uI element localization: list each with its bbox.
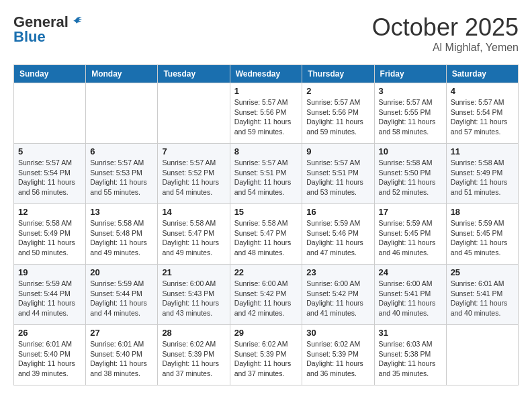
day-info: Sunrise: 6:02 AM Sunset: 5:39 PM Dayligh… — [306, 339, 369, 379]
calendar-cell — [14, 83, 86, 144]
calendar-cell: 26Sunrise: 6:01 AM Sunset: 5:40 PM Dayli… — [14, 325, 86, 385]
calendar-cell: 25Sunrise: 6:01 AM Sunset: 5:41 PM Dayli… — [446, 265, 518, 325]
day-number: 2 — [306, 86, 369, 96]
day-number: 8 — [234, 146, 298, 156]
calendar-cell: 22Sunrise: 6:00 AM Sunset: 5:42 PM Dayli… — [230, 265, 302, 325]
day-info: Sunrise: 5:59 AM Sunset: 5:46 PM Dayligh… — [306, 218, 369, 258]
day-info: Sunrise: 5:57 AM Sunset: 5:56 PM Dayligh… — [306, 97, 369, 137]
calendar-cell: 28Sunrise: 6:02 AM Sunset: 5:39 PM Dayli… — [158, 325, 230, 385]
day-of-week-header: Thursday — [302, 65, 374, 83]
day-info: Sunrise: 5:58 AM Sunset: 5:49 PM Dayligh… — [18, 218, 81, 258]
logo-bird-icon — [70, 15, 83, 29]
calendar-cell: 15Sunrise: 5:58 AM Sunset: 5:47 PM Dayli… — [230, 204, 302, 265]
day-number: 4 — [451, 86, 514, 96]
day-info: Sunrise: 5:59 AM Sunset: 5:44 PM Dayligh… — [90, 279, 153, 318]
calendar-cell: 4Sunrise: 5:57 AM Sunset: 5:54 PM Daylig… — [446, 83, 518, 144]
day-of-week-header: Monday — [86, 65, 158, 83]
day-number: 17 — [379, 207, 442, 217]
day-number: 28 — [162, 328, 225, 338]
calendar-cell: 14Sunrise: 5:58 AM Sunset: 5:47 PM Dayli… — [158, 204, 230, 265]
day-number: 19 — [18, 267, 81, 277]
day-number: 29 — [234, 328, 298, 338]
calendar-cell: 24Sunrise: 6:00 AM Sunset: 5:41 PM Dayli… — [374, 265, 446, 325]
day-number: 3 — [379, 86, 442, 96]
day-info: Sunrise: 6:01 AM Sunset: 5:41 PM Dayligh… — [451, 279, 514, 318]
day-number: 11 — [451, 146, 514, 156]
day-number: 15 — [234, 207, 298, 217]
day-of-week-header: Friday — [374, 65, 446, 83]
calendar-cell: 10Sunrise: 5:58 AM Sunset: 5:50 PM Dayli… — [374, 144, 446, 204]
day-number: 25 — [451, 267, 514, 277]
location: Al Mighlaf, Yemen — [372, 42, 519, 54]
calendar-cell: 18Sunrise: 5:59 AM Sunset: 5:45 PM Dayli… — [446, 204, 518, 265]
calendar-cell: 16Sunrise: 5:59 AM Sunset: 5:46 PM Dayli… — [302, 204, 374, 265]
day-info: Sunrise: 5:59 AM Sunset: 5:45 PM Dayligh… — [379, 218, 442, 258]
calendar-table: SundayMondayTuesdayWednesdayThursdayFrid… — [13, 64, 519, 385]
day-number: 23 — [306, 267, 369, 277]
calendar-cell — [446, 325, 518, 385]
calendar-cell: 30Sunrise: 6:02 AM Sunset: 5:39 PM Dayli… — [302, 325, 374, 385]
day-info: Sunrise: 6:03 AM Sunset: 5:38 PM Dayligh… — [379, 339, 442, 379]
calendar-cell: 3Sunrise: 5:57 AM Sunset: 5:55 PM Daylig… — [374, 83, 446, 144]
day-number: 7 — [162, 146, 225, 156]
title-block: October 2025 Al Mighlaf, Yemen — [372, 13, 519, 54]
day-number: 21 — [162, 267, 225, 277]
calendar-cell: 7Sunrise: 5:57 AM Sunset: 5:52 PM Daylig… — [158, 144, 230, 204]
day-of-week-header: Tuesday — [158, 65, 230, 83]
day-number: 12 — [18, 207, 81, 217]
month-title: October 2025 — [372, 13, 519, 42]
day-number: 1 — [234, 86, 298, 96]
day-number: 31 — [379, 328, 442, 338]
day-number: 24 — [379, 267, 442, 277]
day-info: Sunrise: 5:57 AM Sunset: 5:51 PM Dayligh… — [234, 158, 298, 197]
day-number: 13 — [90, 207, 153, 217]
day-number: 16 — [306, 207, 369, 217]
day-number: 18 — [451, 207, 514, 217]
day-of-week-header: Saturday — [446, 65, 518, 83]
day-number: 6 — [90, 146, 153, 156]
day-info: Sunrise: 5:58 AM Sunset: 5:48 PM Dayligh… — [90, 218, 153, 258]
day-info: Sunrise: 5:58 AM Sunset: 5:47 PM Dayligh… — [162, 218, 225, 258]
calendar-cell: 23Sunrise: 6:00 AM Sunset: 5:42 PM Dayli… — [302, 265, 374, 325]
calendar-cell: 1Sunrise: 5:57 AM Sunset: 5:56 PM Daylig… — [230, 83, 302, 144]
day-info: Sunrise: 5:58 AM Sunset: 5:50 PM Dayligh… — [379, 158, 442, 197]
day-info: Sunrise: 6:00 AM Sunset: 5:43 PM Dayligh… — [162, 279, 225, 318]
day-info: Sunrise: 5:57 AM Sunset: 5:52 PM Dayligh… — [162, 158, 225, 197]
day-of-week-header: Wednesday — [230, 65, 302, 83]
day-info: Sunrise: 5:58 AM Sunset: 5:49 PM Dayligh… — [451, 158, 514, 197]
day-info: Sunrise: 5:59 AM Sunset: 5:45 PM Dayligh… — [451, 218, 514, 258]
calendar-cell — [158, 83, 230, 144]
day-info: Sunrise: 6:00 AM Sunset: 5:42 PM Dayligh… — [234, 279, 298, 318]
day-number: 14 — [162, 207, 225, 217]
day-info: Sunrise: 6:02 AM Sunset: 5:39 PM Dayligh… — [162, 339, 225, 379]
day-info: Sunrise: 6:01 AM Sunset: 5:40 PM Dayligh… — [90, 339, 153, 379]
day-number: 5 — [18, 146, 81, 156]
calendar-cell: 12Sunrise: 5:58 AM Sunset: 5:49 PM Dayli… — [14, 204, 86, 265]
day-info: Sunrise: 5:57 AM Sunset: 5:54 PM Dayligh… — [451, 97, 514, 137]
calendar-cell: 11Sunrise: 5:58 AM Sunset: 5:49 PM Dayli… — [446, 144, 518, 204]
calendar-cell — [86, 83, 158, 144]
calendar-cell: 2Sunrise: 5:57 AM Sunset: 5:56 PM Daylig… — [302, 83, 374, 144]
calendar-cell: 5Sunrise: 5:57 AM Sunset: 5:54 PM Daylig… — [14, 144, 86, 204]
day-info: Sunrise: 6:00 AM Sunset: 5:41 PM Dayligh… — [379, 279, 442, 318]
day-number: 30 — [306, 328, 369, 338]
logo-blue-text: Blue — [13, 28, 46, 46]
calendar-cell: 19Sunrise: 5:59 AM Sunset: 5:44 PM Dayli… — [14, 265, 86, 325]
day-number: 27 — [90, 328, 153, 338]
day-number: 20 — [90, 267, 153, 277]
calendar-cell: 9Sunrise: 5:57 AM Sunset: 5:51 PM Daylig… — [302, 144, 374, 204]
calendar-cell: 17Sunrise: 5:59 AM Sunset: 5:45 PM Dayli… — [374, 204, 446, 265]
day-info: Sunrise: 5:57 AM Sunset: 5:55 PM Dayligh… — [379, 97, 442, 137]
calendar-cell: 31Sunrise: 6:03 AM Sunset: 5:38 PM Dayli… — [374, 325, 446, 385]
day-info: Sunrise: 6:01 AM Sunset: 5:40 PM Dayligh… — [18, 339, 81, 379]
day-info: Sunrise: 5:58 AM Sunset: 5:47 PM Dayligh… — [234, 218, 298, 258]
day-number: 26 — [18, 328, 81, 338]
calendar-cell: 6Sunrise: 5:57 AM Sunset: 5:53 PM Daylig… — [86, 144, 158, 204]
day-info: Sunrise: 6:02 AM Sunset: 5:39 PM Dayligh… — [234, 339, 298, 379]
day-info: Sunrise: 5:57 AM Sunset: 5:56 PM Dayligh… — [234, 97, 298, 137]
day-of-week-header: Sunday — [14, 65, 86, 83]
day-number: 10 — [379, 146, 442, 156]
day-number: 9 — [306, 146, 369, 156]
day-info: Sunrise: 5:57 AM Sunset: 5:54 PM Dayligh… — [18, 158, 81, 197]
calendar-cell: 29Sunrise: 6:02 AM Sunset: 5:39 PM Dayli… — [230, 325, 302, 385]
